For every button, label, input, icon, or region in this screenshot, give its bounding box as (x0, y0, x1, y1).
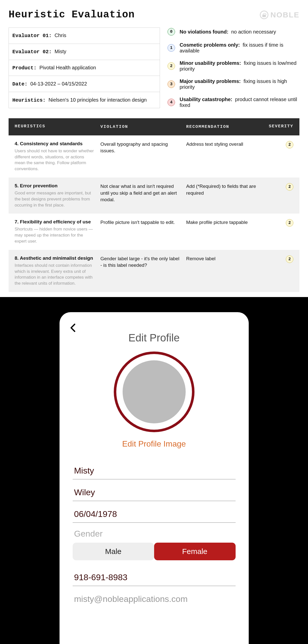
legend-title-1: Cosmetic problems only: (180, 42, 240, 48)
legend-row-1: 1 Cosmetic problems only: fix issues if … (167, 42, 299, 54)
evaluator1-label: Evaluator 01: (12, 33, 52, 39)
severity-legend: 0 No violations found: no action necessa… (167, 27, 299, 108)
row-severity-badge: 2 (286, 183, 293, 191)
table-row: 5. Error prevention Good error messages … (9, 178, 299, 214)
screen-title: Edit Profile (73, 332, 236, 344)
legend-row-3: 3 Major usability problems: fixing issue… (167, 78, 299, 90)
severity-badge-0: 0 (167, 28, 175, 36)
evaluator2-label: Evaluator 02: (12, 49, 52, 55)
severity-badge-4: 4 (167, 99, 175, 106)
legend-row-4: 4 Usability catastrophe: product cannot … (167, 97, 299, 108)
row-violation: Profile picture isn't tappable to edit. (100, 219, 186, 226)
edit-profile-image-link[interactable]: Edit Profile Image (73, 439, 236, 449)
legend-title-4: Usability catastrophe: (180, 97, 232, 102)
heuristics-label: Heuristics: (12, 97, 46, 103)
row-recommendation: Add (*Required) to fields that are requi… (186, 183, 266, 196)
row-violation: Overall typography and spacing issues. (100, 141, 186, 154)
date-label: Date: (12, 81, 27, 87)
date-value: 04-13-2022 – 04/15/2022 (30, 81, 87, 86)
legend-title-0: No violations found: (180, 29, 228, 35)
row-heuristic-desc: Users should not have to wonder whether … (15, 148, 100, 172)
gender-segmented-control: Male Female (73, 543, 236, 560)
row-recommendation: Remove label (186, 255, 266, 262)
product-value: Pivotal Health application (39, 65, 96, 70)
col-header-recommendation: RECOMMENDATION (186, 124, 266, 130)
evaluator1-value: Chris (54, 33, 66, 38)
row-severity-badge: 2 (286, 219, 293, 227)
screenshot-stage: Edit Profile Edit Profile Image Gender M… (0, 297, 308, 644)
table-row: 4. Consistency and standards Users shoul… (9, 135, 299, 178)
legend-desc-0: no action necessary (231, 29, 276, 35)
brand-logo: NOBLE (260, 11, 299, 19)
noble-logo-icon (260, 11, 268, 19)
row-recommendation: Make profile picture tappable (186, 219, 266, 226)
row-heuristic-desc: Interfaces should not contain informatio… (15, 262, 100, 286)
row-heuristic-title: 5. Error prevention (15, 183, 100, 189)
back-icon[interactable] (70, 322, 77, 335)
col-header-heuristics: HEURISTICS (15, 124, 100, 130)
gender-label: Gender (73, 526, 236, 540)
first-name-field[interactable] (73, 461, 236, 479)
col-header-severity: SEVERITY (266, 124, 293, 130)
evaluator2-value: Misty (54, 49, 66, 54)
legend-title-3: Major usability problems: (180, 78, 241, 84)
row-heuristic-title: 8. Aesthetic and minimalist design (15, 255, 100, 261)
phone-mockup: Edit Profile Edit Profile Image Gender M… (60, 312, 249, 644)
row-severity-badge: 2 (286, 255, 293, 263)
heuristics-value: Nielsen's 10 principles for interaction … (48, 97, 147, 103)
avatar-placeholder (123, 360, 186, 423)
last-name-field[interactable] (73, 483, 236, 501)
table-row: 7. Flexibility and efficiency of use Sho… (9, 214, 299, 250)
page-title: Heuristic Evaluation (9, 9, 135, 20)
severity-badge-3: 3 (167, 80, 175, 88)
phone-field[interactable] (73, 568, 236, 586)
severity-badge-2: 2 (167, 62, 175, 70)
avatar-ring[interactable] (114, 352, 194, 432)
row-violation: Gender label large - it's the only label… (100, 255, 186, 269)
col-header-violation: VIOLATION (100, 124, 186, 130)
product-label: Product: (12, 65, 37, 71)
row-violation: Not clear what is and isn't required unt… (100, 183, 186, 203)
row-recommendation: Address text styling overall (186, 141, 266, 148)
row-heuristic-title: 7. Flexibility and efficiency of use (15, 219, 100, 225)
legend-row-0: 0 No violations found: no action necessa… (167, 28, 299, 36)
row-heuristic-desc: Shortcuts — hidden from novice users — m… (15, 226, 100, 244)
severity-badge-1: 1 (167, 44, 175, 52)
findings-table: HEURISTICS VIOLATION RECOMMENDATION SEVE… (9, 118, 299, 292)
row-heuristic-title: 4. Consistency and standards (15, 141, 100, 147)
brand-name: NOBLE (270, 11, 299, 19)
legend-row-2: 2 Minor usability problems: fixing issue… (167, 60, 299, 72)
dob-field[interactable] (73, 505, 236, 523)
gender-female-button[interactable]: Female (154, 543, 236, 560)
email-field[interactable] (73, 590, 236, 607)
legend-title-2: Minor usability problems: (180, 60, 241, 66)
row-heuristic-desc: Good error messages are important, but t… (15, 190, 100, 208)
meta-table: Evaluator 01: Chris Evaluator 02: Misty … (9, 27, 160, 108)
table-row: 8. Aesthetic and minimalist design Inter… (9, 250, 299, 292)
row-severity-badge: 2 (286, 141, 293, 149)
gender-male-button[interactable]: Male (73, 543, 154, 560)
